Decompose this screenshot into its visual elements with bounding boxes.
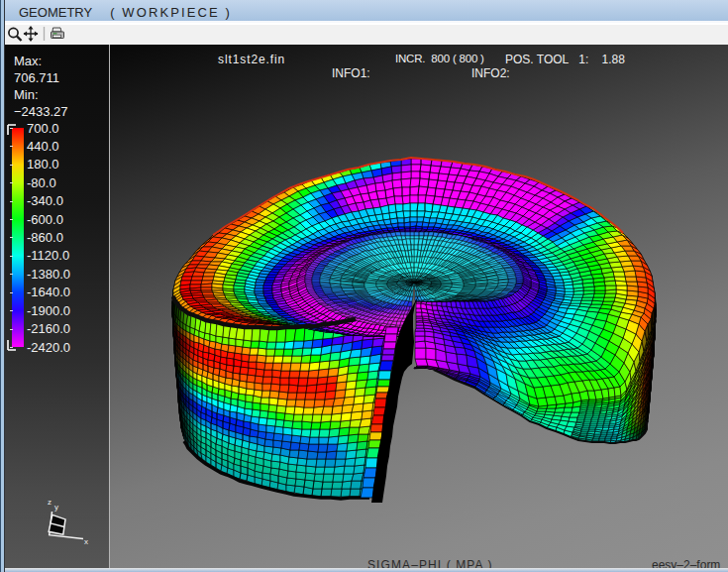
svg-text:y: y — [54, 503, 58, 512]
svg-text:z: z — [48, 498, 52, 507]
svg-text:x: x — [84, 537, 88, 546]
